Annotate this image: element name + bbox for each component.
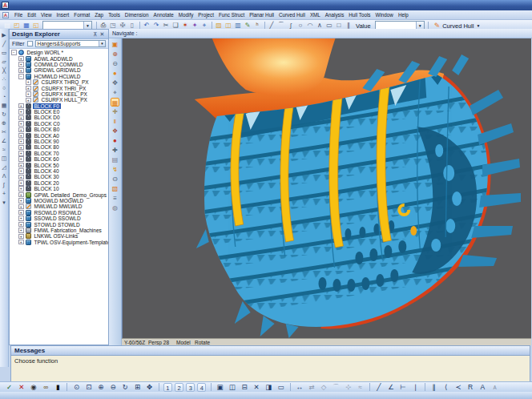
menu-item[interactable]: Curved Hull xyxy=(276,12,308,18)
bottom-tool-icon[interactable]: ◫ xyxy=(228,383,237,392)
bottom-tool-icon[interactable]: ▣ xyxy=(216,383,225,392)
bottom-tool-icon[interactable] xyxy=(159,383,159,391)
menu-item[interactable]: File xyxy=(12,12,25,18)
bottom-tool-icon[interactable]: 3 xyxy=(186,383,195,392)
expand-toggle-icon[interactable] xyxy=(26,98,31,103)
tree-item[interactable]: MWLWLD MWLWLD xyxy=(10,204,108,209)
expand-toggle-icon[interactable] xyxy=(18,127,24,133)
tree-item-label[interactable]: FMWL Fabrication_Machines xyxy=(33,228,103,233)
tree-item[interactable]: BLOCK 90 xyxy=(10,139,108,144)
bottom-tool-icon[interactable]: ╱ xyxy=(374,383,384,392)
menu-item[interactable]: Dimension xyxy=(123,12,151,18)
tree-item-label[interactable]: COMWLD COMWLD xyxy=(33,62,85,67)
tree-item-label[interactable]: HCMWLD HCLWLD xyxy=(33,74,83,79)
menu-item[interactable]: Planar Hull xyxy=(247,12,276,18)
bottom-tool-icon[interactable] xyxy=(66,383,67,391)
bottom-tool-icon[interactable]: ◉ xyxy=(29,383,38,392)
tree-item-label[interactable]: BLOCK 90 xyxy=(33,139,61,144)
bottom-tool-icon[interactable]: ⊙ xyxy=(72,383,82,392)
tree-item-label[interactable]: BLOCK C0 xyxy=(33,121,62,127)
bottom-tool-icon[interactable]: ⊡ xyxy=(84,383,94,392)
expand-toggle-icon[interactable] xyxy=(18,222,24,228)
tree-item-label[interactable]: ADWL ADDWLD xyxy=(33,56,75,62)
expand-toggle-icon[interactable] xyxy=(18,180,24,186)
expand-toggle-icon[interactable] xyxy=(26,86,31,91)
bottom-tool-icon[interactable]: R xyxy=(466,383,475,392)
tree-item-label[interactable]: BLOCK 60 xyxy=(33,156,61,162)
tree-item[interactable]: BLOCK 30 xyxy=(10,174,108,179)
tree-item[interactable]: BLOCK A0 xyxy=(10,132,108,138)
bottom-tool-icon[interactable]: 1 xyxy=(163,383,172,392)
tree-item-label[interactable]: BLOCK 40 xyxy=(33,168,61,174)
bottom-tool-icon[interactable] xyxy=(211,383,212,391)
bottom-tool-icon[interactable]: ∠ xyxy=(386,383,396,392)
bottom-tool-icon[interactable]: ✓ xyxy=(5,383,14,392)
tree-item-label[interactable]: BLOCK 10 xyxy=(33,186,61,191)
expand-toggle-icon[interactable] xyxy=(18,168,24,174)
bottom-tool-icon[interactable]: ⊹ xyxy=(343,383,353,392)
tree-item[interactable]: BLOCK 50 xyxy=(10,162,108,167)
bottom-tool-icon[interactable]: ↔ xyxy=(295,383,304,392)
menu-item[interactable]: Annotate xyxy=(151,12,176,18)
tree-item-label[interactable]: CSURFX THRQ_PX xyxy=(40,79,91,85)
expand-toggle-icon[interactable] xyxy=(18,163,24,168)
bottom-tool-icon[interactable]: ✥ xyxy=(145,383,155,392)
tree-item[interactable]: BLOCK E0 xyxy=(10,109,108,115)
menu-item[interactable]: Edit xyxy=(25,12,38,18)
bottom-tool-icon[interactable]: ∞ xyxy=(41,383,50,392)
tree-item-label[interactable]: MWLWLD MWLWLD xyxy=(33,204,84,209)
tree-item-label[interactable]: BLOCK 20 xyxy=(33,180,61,186)
tree-item-label[interactable]: LNKWL OSV-Links xyxy=(33,233,80,239)
tree-item-label[interactable]: CSURFX THRI_PX xyxy=(40,86,88,91)
menu-item[interactable]: Help xyxy=(396,12,411,18)
bottom-tool-icon[interactable]: ≈ xyxy=(356,383,365,392)
tree-item[interactable]: BLOCK 80 xyxy=(10,144,108,150)
tree-item[interactable]: GPWL Detailed_Demo_Groups xyxy=(10,191,108,197)
tree-item[interactable]: BLOCK F0 xyxy=(10,103,108,109)
bottom-tool-icon[interactable]: ⊞ xyxy=(132,383,142,392)
bottom-tool-icon[interactable]: ↻ xyxy=(120,383,130,392)
tree-item-label[interactable]: Design WORL * xyxy=(26,50,66,55)
expand-toggle-icon[interactable] xyxy=(18,151,24,156)
tree-item-label[interactable]: MOGWLD MOGWLD xyxy=(33,198,86,204)
design-explorer-header[interactable]: Design Explorer ⊼ ✕ xyxy=(10,30,108,39)
tree-item[interactable]: BLOCK 40 xyxy=(10,168,108,174)
expand-toggle-icon[interactable] xyxy=(11,50,17,55)
tree-item-label[interactable]: BLOCK F0 xyxy=(33,103,61,109)
expand-toggle-icon[interactable] xyxy=(18,216,24,221)
expand-toggle-icon[interactable] xyxy=(18,62,24,67)
bottom-tool-icon[interactable]: ⊢ xyxy=(398,383,408,392)
expand-toggle-icon[interactable] xyxy=(18,115,24,121)
menu-item[interactable]: Tools xyxy=(106,12,123,18)
bottom-tool-icon[interactable]: ⇄ xyxy=(307,383,316,392)
close-icon[interactable]: ✕ xyxy=(99,31,106,38)
expand-toggle-icon[interactable] xyxy=(18,68,24,74)
bottom-tool-icon[interactable]: ⌒ xyxy=(331,383,341,392)
menu-item[interactable]: Zap xyxy=(92,12,106,18)
bottom-tool-icon[interactable]: ⊟ xyxy=(240,383,249,392)
tree-item-label[interactable]: BLOCK E0 xyxy=(33,109,62,115)
tree-item-label[interactable]: BLOCK 70 xyxy=(33,151,61,156)
expand-toggle-icon[interactable] xyxy=(18,156,24,162)
tree-item-label[interactable]: BLOCK B0 xyxy=(33,127,62,132)
tree-item[interactable]: Design WORL * xyxy=(10,50,108,55)
tree-item-label[interactable]: GPWL Detailed_Demo_Groups xyxy=(33,192,108,198)
menu-item[interactable]: XML xyxy=(308,12,323,18)
expand-toggle-icon[interactable] xyxy=(18,145,24,151)
bottom-tool-icon[interactable] xyxy=(369,383,370,391)
expand-toggle-icon[interactable] xyxy=(18,204,24,210)
expand-toggle-icon[interactable] xyxy=(18,210,24,216)
expand-toggle-icon[interactable] xyxy=(18,133,24,139)
bottom-tool-icon[interactable]: ✕ xyxy=(252,383,261,392)
bottom-tool-icon[interactable]: ▮ xyxy=(53,383,62,392)
messages-panel-header[interactable]: Messages xyxy=(10,345,530,356)
tree-item[interactable]: BLOCK B0 xyxy=(10,127,108,132)
tree-item[interactable]: CSURFX THRQ_PX xyxy=(10,79,108,85)
bottom-tool-icon[interactable]: ⊕ xyxy=(96,383,106,392)
bottom-tool-icon[interactable]: ⟨ xyxy=(441,383,451,392)
tree-item-label[interactable]: BLOCK D0 xyxy=(33,115,62,120)
tree-item-label[interactable]: BLOCK A0 xyxy=(33,133,61,139)
menu-item[interactable]: Modify xyxy=(176,12,196,18)
expand-toggle-icon[interactable] xyxy=(18,56,24,62)
tree-item[interactable]: GRIDWL GRIDWLD xyxy=(10,67,108,73)
